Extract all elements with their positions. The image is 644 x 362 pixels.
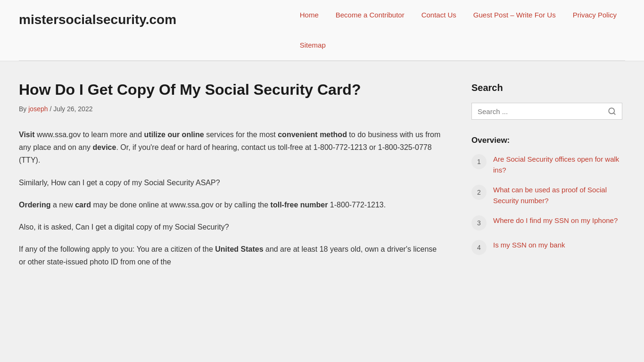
search-heading: Search [471,80,622,95]
search-section: Search [471,80,622,120]
overview-link-1[interactable]: Are Social Security offices open for wal… [493,154,622,175]
article-paragraph-1: Visit www.ssa.gov to learn more and util… [19,128,443,167]
overview-item-2: 2What can be used as proof of Social Sec… [471,185,622,206]
meta-author[interactable]: joseph [28,105,48,113]
overview-item-4: 4Is my SSN on my bank [471,240,622,255]
article-meta: By joseph / July 26, 2022 [19,104,443,114]
nav-link-sitemap[interactable]: Sitemap [291,30,334,60]
meta-separator: / [50,105,51,113]
search-input[interactable] [478,107,608,115]
search-box [471,103,622,120]
overview-list: 1Are Social Security offices open for wa… [471,154,622,255]
overview-item-3: 3Where do I find my SSN on my Iphone? [471,215,622,230]
article-paragraph-2: Similarly, How can I get a copy of my So… [19,176,443,189]
article-title: How Do I Get Copy Of My Social Security … [19,80,443,100]
article-body: Visit www.ssa.gov to learn more and util… [19,128,443,269]
overview-number-1: 1 [471,154,487,169]
nav-link-privacy-policy[interactable]: Privacy Policy [564,0,625,30]
content-wrapper: How Do I Get Copy Of My Social Security … [0,61,644,296]
site-logo[interactable]: mistersocialsecurity.com [19,0,176,40]
search-button[interactable] [608,107,616,115]
meta-by: By [19,105,26,113]
sidebar: Search Overview: 1Are Social Security of… [471,80,622,278]
overview-number-2: 2 [471,185,487,200]
overview-number-3: 3 [471,215,487,230]
header-divider [19,60,625,61]
nav-link-become-a-contributor[interactable]: Become a Contributor [327,0,413,30]
overview-section: Overview: 1Are Social Security offices o… [471,134,622,255]
overview-link-2[interactable]: What can be used as proof of Social Secu… [493,185,622,206]
overview-number-4: 4 [471,240,487,255]
article-paragraph-4: Also, it is asked, Can I get a digital c… [19,221,443,233]
article-paragraph-5: If any of the following apply to you: Yo… [19,243,443,268]
article-paragraph-3: Ordering a new card may be done online a… [19,198,443,211]
search-icon [608,107,616,115]
main-content: How Do I Get Copy Of My Social Security … [19,80,443,278]
site-nav: HomeBecome a ContributorContact UsGuest … [291,0,625,60]
site-header: mistersocialsecurity.com HomeBecome a Co… [0,0,644,61]
meta-date: July 26, 2022 [53,105,92,113]
nav-link-home[interactable]: Home [291,0,327,30]
nav-row-2: Sitemap [291,30,334,60]
overview-heading: Overview: [471,134,622,147]
nav-link-guest-post-–-write-for-us[interactable]: Guest Post – Write For Us [465,0,564,30]
nav-link-contact-us[interactable]: Contact Us [413,0,465,30]
svg-line-1 [613,113,615,114]
overview-item-1: 1Are Social Security offices open for wa… [471,154,622,175]
overview-link-4[interactable]: Is my SSN on my bank [493,240,565,251]
nav-row-1: HomeBecome a ContributorContact UsGuest … [291,0,625,30]
overview-link-3[interactable]: Where do I find my SSN on my Iphone? [493,215,618,226]
